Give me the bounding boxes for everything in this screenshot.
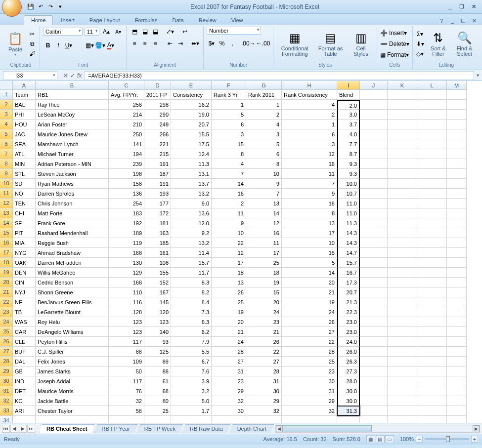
cell[interactable]: 7.7 (337, 139, 360, 149)
align-top-icon[interactable]: ⬒ (130, 27, 139, 37)
cell[interactable] (417, 406, 447, 416)
cell[interactable]: 17 (212, 258, 246, 268)
row-header-10[interactable]: 10 (0, 179, 13, 189)
cell[interactable]: JAC (13, 129, 36, 139)
cell[interactable]: WAS (13, 317, 36, 327)
cell[interactable]: 7.3 (171, 307, 212, 317)
cell[interactable]: 116 (109, 297, 144, 307)
cell[interactable]: 3 (282, 139, 337, 149)
cell[interactable]: 17 (246, 248, 282, 258)
cell[interactable] (417, 228, 447, 238)
cell[interactable] (360, 386, 388, 396)
zoom-thumb[interactable] (446, 436, 450, 442)
normal-view-icon[interactable]: ▦ (366, 435, 375, 443)
col-header-E[interactable]: E (171, 81, 212, 90)
cell[interactable]: 8.4 (171, 297, 212, 307)
col-header-F[interactable]: F (212, 81, 246, 90)
cell[interactable] (417, 268, 447, 278)
percent-button[interactable]: % (217, 39, 227, 48)
cell[interactable] (360, 416, 388, 423)
row-header-8[interactable]: 8 (0, 159, 13, 169)
cell[interactable]: 9.2 (171, 228, 212, 238)
row-header-33[interactable]: 33 (0, 406, 13, 416)
cell[interactable] (360, 218, 388, 228)
cell[interactable] (447, 327, 467, 337)
cell[interactable] (360, 367, 388, 376)
cell[interactable]: 123 (109, 317, 144, 327)
cell[interactable]: 290 (144, 110, 171, 120)
cell[interactable]: BUF (13, 347, 36, 357)
cell[interactable]: 58 (109, 406, 144, 416)
cell[interactable]: Maurice Morris (36, 386, 109, 396)
cell[interactable]: 130 (109, 258, 144, 268)
find-select-button[interactable]: 🔍Find & Select (452, 27, 477, 61)
cell[interactable] (447, 337, 467, 347)
expand-formula-icon[interactable]: ▾ (474, 72, 482, 79)
cell[interactable] (246, 416, 282, 423)
cell[interactable] (447, 159, 467, 169)
cell[interactable]: 17.3 (337, 278, 360, 287)
cell[interactable] (417, 199, 447, 208)
cell[interactable]: 8.7 (337, 149, 360, 159)
cell[interactable]: OAK (13, 258, 36, 268)
row-header-14[interactable]: 14 (0, 218, 13, 228)
fx-icon[interactable]: fx (77, 72, 82, 79)
clear-icon[interactable]: ◇▾ (416, 49, 425, 58)
cell[interactable] (388, 386, 417, 396)
cell[interactable]: 22 (246, 347, 282, 357)
cell[interactable]: 16 (212, 189, 246, 199)
cell[interactable] (447, 139, 467, 149)
cell[interactable]: 15 (246, 287, 282, 297)
cell[interactable]: 26 (282, 317, 337, 327)
cell[interactable] (447, 357, 467, 367)
cell[interactable]: 23 (246, 317, 282, 327)
cell[interactable] (447, 110, 467, 120)
cell[interactable] (417, 317, 447, 327)
decrease-indent-icon[interactable]: ⇤ (165, 39, 175, 48)
autosum-icon[interactable]: Σ▾ (416, 30, 425, 39)
cell[interactable]: 7 (282, 179, 337, 189)
cell[interactable]: 50 (109, 367, 144, 376)
cell[interactable] (447, 307, 467, 317)
cell[interactable] (417, 189, 447, 199)
cell[interactable]: IND (13, 376, 36, 386)
wrap-text-button[interactable]: ↩ (180, 27, 190, 37)
cell[interactable] (388, 248, 417, 258)
col-header-I[interactable]: I (337, 81, 360, 90)
cell[interactable]: NO (13, 189, 36, 199)
cell[interactable]: 3 (246, 129, 282, 139)
row-header-30[interactable]: 30 (0, 376, 13, 386)
cell[interactable] (360, 248, 388, 258)
ribbon-minimize-icon[interactable]: _ (448, 17, 456, 25)
row-header-11[interactable]: 11 (0, 189, 13, 199)
row-header-23[interactable]: 23 (0, 307, 13, 317)
row-header-12[interactable]: 12 (0, 199, 13, 208)
cell[interactable]: 129 (109, 268, 144, 278)
row-header-27[interactable]: 27 (0, 347, 13, 357)
cell[interactable]: 13 (282, 218, 337, 228)
enter-formula-icon[interactable]: ✓ (70, 72, 75, 79)
cell[interactable]: 30 (282, 376, 337, 386)
cell[interactable] (447, 287, 467, 297)
cell[interactable]: CAR (13, 327, 36, 337)
col-header-M[interactable]: M (447, 81, 467, 90)
cell[interactable]: 32 (109, 396, 144, 406)
cell[interactable] (417, 100, 447, 110)
align-right-icon[interactable]: ≡ (150, 39, 160, 48)
cell[interactable] (388, 129, 417, 139)
cell[interactable]: STL (13, 169, 36, 179)
increase-indent-icon[interactable]: ⇥ (175, 39, 185, 48)
cell[interactable] (388, 139, 417, 149)
cell[interactable] (360, 129, 388, 139)
cell[interactable] (360, 110, 388, 120)
cell[interactable] (360, 317, 388, 327)
cell[interactable] (417, 297, 447, 307)
cell[interactable]: 5.5 (171, 347, 212, 357)
cell[interactable] (388, 228, 417, 238)
cell[interactable]: 191 (144, 159, 171, 169)
sheet-tab-rb-fp-year[interactable]: RB FP Year (94, 424, 137, 433)
cell[interactable]: MIA (13, 238, 36, 248)
cell[interactable] (417, 258, 447, 268)
cell[interactable]: 5.0 (171, 396, 212, 406)
cell[interactable]: 14.3 (337, 238, 360, 248)
